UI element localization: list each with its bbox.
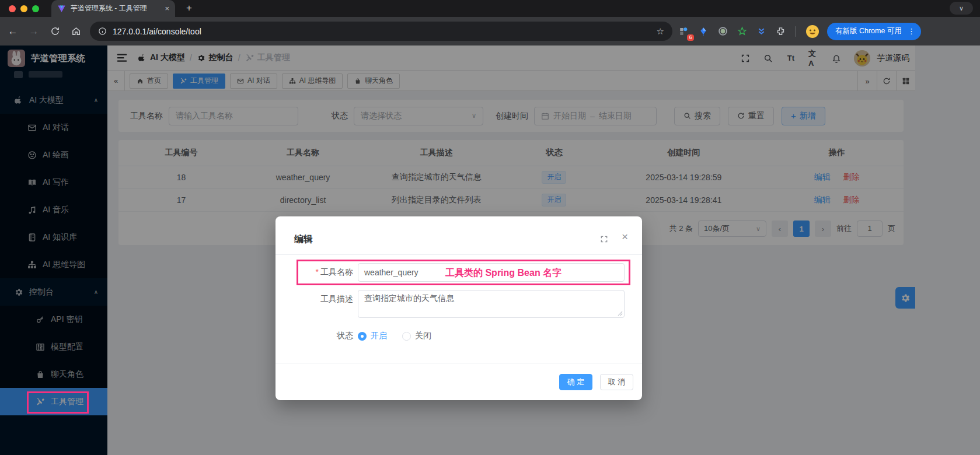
status-field-label: 状态 (275, 331, 353, 341)
extension-download-icon[interactable]: 6 (676, 24, 692, 39)
reload-icon[interactable] (47, 23, 63, 40)
profile-avatar[interactable] (805, 24, 820, 39)
favicon-icon (57, 4, 66, 13)
tool-desc-form-row: 工具描述 查询指定城市的天气信息 (275, 290, 642, 318)
bookmark-star-icon[interactable]: ☆ (657, 26, 664, 37)
radio-off[interactable] (402, 332, 411, 341)
extension-badge: 6 (687, 34, 694, 41)
chrome-update-button[interactable]: 有新版 Chrome 可用 ⋮ (827, 23, 921, 40)
traffic-light-minimize[interactable] (20, 5, 27, 12)
tool-name-field-label: *工具名称 (275, 263, 353, 278)
radio-on[interactable] (358, 332, 367, 341)
screen: 芋道管理系统 - 工具管理 × + ∨ ← → 127.0.0.1/ai/con… (0, 0, 980, 455)
toolbar-divider (795, 26, 796, 37)
required-mark: * (316, 267, 319, 276)
address-bar[interactable]: 127.0.0.1/ai/console/tool ☆ (90, 22, 672, 41)
extension-circle-icon[interactable] (715, 24, 730, 39)
extension-chevrons-icon[interactable] (754, 24, 769, 39)
radio-on-label[interactable]: 开启 (371, 331, 387, 341)
extension-kite-icon[interactable] (696, 24, 711, 39)
confirm-button[interactable]: 确 定 (559, 374, 592, 390)
extension-star-icon[interactable] (734, 24, 749, 39)
home-icon[interactable] (68, 23, 84, 40)
extensions-puzzle-icon[interactable] (773, 24, 788, 39)
dialog-title: 编辑 (294, 233, 313, 246)
traffic-light-maximize[interactable] (32, 5, 39, 12)
url-text[interactable]: 127.0.0.1/ai/console/tool (113, 27, 651, 36)
site-info-icon[interactable] (98, 27, 107, 36)
tool-desc-field-label: 工具描述 (275, 290, 353, 304)
resize-handle-icon[interactable] (618, 311, 623, 316)
browser-menu-icon[interactable]: ⋮ (905, 27, 918, 36)
browser-tabstrip: 芋道管理系统 - 工具管理 × + ∨ (0, 0, 980, 17)
forward-icon: → (26, 23, 42, 40)
cancel-button[interactable]: 取 消 (600, 374, 633, 390)
radio-off-label[interactable]: 关闭 (415, 331, 431, 341)
tab-search-icon[interactable]: ∨ (950, 2, 973, 15)
new-tab-button[interactable]: + (182, 1, 196, 15)
page-viewport: 芋道管理系统 AI 大模型 ∧ AI 对话 AI 绘画 (0, 46, 980, 455)
annotation-box-sidebar (27, 391, 89, 414)
dialog-footer: 确 定 取 消 (275, 363, 642, 400)
close-tab-icon[interactable]: × (165, 4, 169, 13)
browser-toolbar: ← → 127.0.0.1/ai/console/tool ☆ 6 有新版 Ch… (0, 17, 980, 46)
status-form-row: 状态 开启 关闭 (275, 331, 642, 341)
chrome-update-label: 有新版 Chrome 可用 (835, 26, 902, 36)
edit-dialog: 编辑 × 工具类的 Spring Bean 名字 *工具名称 weather_q… (275, 216, 642, 400)
back-icon[interactable]: ← (5, 23, 21, 40)
dialog-header: 编辑 × (275, 216, 642, 255)
traffic-light-close[interactable] (9, 5, 16, 12)
tool-desc-textarea[interactable]: 查询指定城市的天气信息 (358, 290, 625, 318)
browser-tab[interactable]: 芋道管理系统 - 工具管理 × (51, 0, 175, 17)
annotation-text: 工具类的 Spring Bean 名字 (445, 267, 562, 279)
browser-tab-title: 芋道管理系统 - 工具管理 (71, 4, 160, 13)
dialog-fullscreen-icon[interactable] (600, 235, 608, 243)
dialog-close-icon[interactable]: × (622, 230, 628, 243)
